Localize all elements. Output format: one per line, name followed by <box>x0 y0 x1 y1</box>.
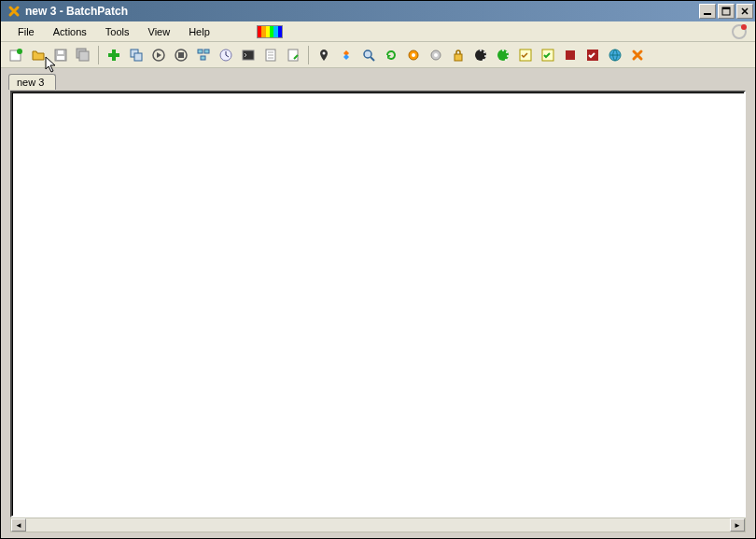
svg-rect-13 <box>108 53 119 57</box>
toolbar <box>1 42 755 68</box>
svg-point-29 <box>323 51 326 54</box>
toolbar-separator <box>308 46 309 64</box>
status-indicator-icon <box>731 23 748 40</box>
svg-rect-23 <box>243 50 254 60</box>
settings-alt-button[interactable] <box>427 46 445 64</box>
execute-button[interactable] <box>149 46 168 64</box>
minimize-button[interactable] <box>699 4 716 19</box>
svg-rect-18 <box>178 52 184 58</box>
svg-point-44 <box>506 51 508 53</box>
globe-button[interactable] <box>606 46 624 64</box>
tabstrip: new 3 <box>1 68 755 89</box>
menu-tools[interactable]: Tools <box>96 23 139 40</box>
scroll-left-button[interactable]: ◄ <box>11 518 26 532</box>
settings-button[interactable] <box>404 46 423 64</box>
spinner-green-button[interactable] <box>494 46 512 64</box>
red-check-button[interactable] <box>583 46 602 64</box>
menu-actions[interactable]: Actions <box>44 23 96 40</box>
svg-point-46 <box>505 59 507 61</box>
svg-point-45 <box>507 55 509 57</box>
menu-view[interactable]: View <box>139 23 180 40</box>
tab-active[interactable]: new 3 <box>8 74 56 90</box>
svg-rect-36 <box>455 54 462 61</box>
svg-rect-11 <box>79 51 89 61</box>
lock-button[interactable] <box>449 46 468 64</box>
red-square-button[interactable] <box>561 46 580 64</box>
refresh-button[interactable] <box>382 46 400 64</box>
schedule-button[interactable] <box>217 46 235 64</box>
svg-point-43 <box>502 50 504 51</box>
svg-rect-2 <box>722 7 730 9</box>
menu-help[interactable]: Help <box>179 23 219 40</box>
save-button[interactable] <box>51 46 70 64</box>
copy-row-button[interactable] <box>127 46 146 64</box>
titlebar: new 3 - BatchPatch <box>1 1 755 21</box>
delete-button[interactable] <box>628 46 647 64</box>
svg-point-30 <box>364 50 371 58</box>
add-host-button[interactable] <box>105 46 123 64</box>
close-button[interactable] <box>736 4 753 19</box>
check-green-button[interactable] <box>539 46 557 64</box>
content-wrap: ◄ ► <box>1 89 755 538</box>
check-sheet-button[interactable] <box>516 46 535 64</box>
svg-rect-15 <box>134 53 142 61</box>
svg-rect-28 <box>288 50 298 61</box>
app-window: new 3 - BatchPatch File Actions Tools Vi… <box>0 0 756 539</box>
scroll-right-button[interactable]: ► <box>730 518 745 532</box>
svg-line-31 <box>371 57 374 61</box>
grid-area[interactable] <box>10 91 746 518</box>
terminal-button[interactable] <box>239 46 258 64</box>
hosts-button[interactable] <box>194 46 213 64</box>
maximize-button[interactable] <box>718 4 735 19</box>
window-controls <box>697 4 753 19</box>
svg-point-4 <box>741 24 747 30</box>
svg-rect-8 <box>57 56 64 60</box>
stop-button[interactable] <box>172 46 190 64</box>
svg-rect-19 <box>198 50 203 53</box>
toolbar-separator <box>98 46 99 64</box>
svg-rect-21 <box>201 56 205 60</box>
app-icon <box>7 4 21 19</box>
horizontal-scrollbar[interactable]: ◄ ► <box>10 518 746 532</box>
spinner-dark-button[interactable] <box>471 46 490 64</box>
search-button[interactable] <box>359 46 378 64</box>
open-button[interactable] <box>29 46 48 64</box>
svg-point-35 <box>434 53 438 57</box>
color-palette-button[interactable] <box>257 25 283 38</box>
page-open-button[interactable] <box>284 46 302 64</box>
svg-point-41 <box>483 59 484 61</box>
svg-point-6 <box>17 49 22 54</box>
menu-file[interactable]: File <box>8 23 44 40</box>
svg-rect-9 <box>58 50 63 54</box>
menubar: File Actions Tools View Help <box>1 21 755 42</box>
new-grid-button[interactable] <box>7 46 25 64</box>
ping-button[interactable] <box>337 46 356 64</box>
svg-point-39 <box>483 51 485 53</box>
svg-point-33 <box>412 53 415 57</box>
svg-point-40 <box>484 55 486 57</box>
pin-button[interactable] <box>315 46 333 64</box>
svg-rect-49 <box>566 50 575 60</box>
window-title: new 3 - BatchPatch <box>25 5 697 18</box>
log-button[interactable] <box>261 46 280 64</box>
svg-rect-20 <box>204 50 209 53</box>
svg-rect-0 <box>704 13 711 15</box>
svg-point-38 <box>480 50 482 51</box>
save-all-button[interactable] <box>74 46 92 64</box>
